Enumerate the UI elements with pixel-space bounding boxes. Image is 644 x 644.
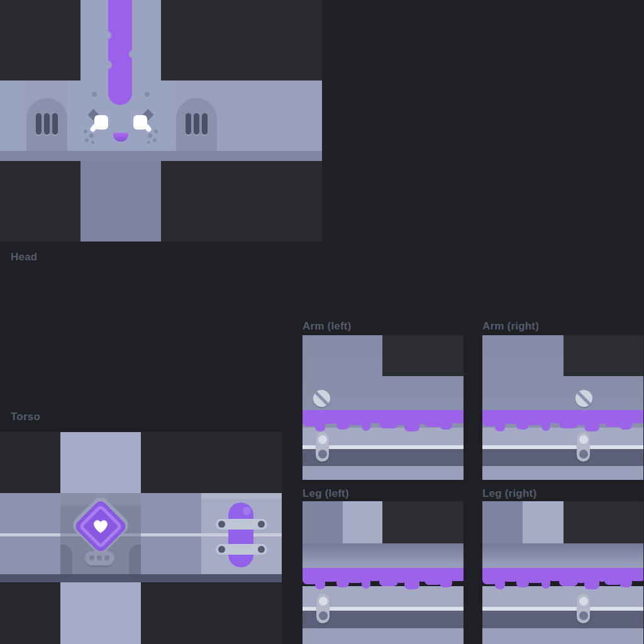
tile-notch	[382, 501, 464, 543]
zipper-pull-icon	[316, 594, 330, 623]
back-clasp-capsule	[228, 502, 253, 567]
skin-editor-canvas: Head Torso	[0, 0, 644, 644]
torso-label: Torso	[11, 411, 40, 423]
leg-left-texture-tile[interactable]	[303, 501, 464, 644]
fur-trim-stripe	[482, 410, 643, 434]
torso-front-panel	[60, 493, 141, 582]
bolt-icon	[258, 546, 265, 553]
fur-trim-stripe	[482, 568, 643, 592]
tile-notch	[382, 335, 464, 376]
cheek-dot	[147, 141, 150, 144]
hand-skin	[303, 466, 464, 480]
cheek-dot	[153, 138, 157, 142]
back-clasp-group	[201, 493, 282, 582]
vent-dot	[104, 555, 109, 560]
head-bottom-face	[80, 161, 161, 242]
fur-trim-stripe	[303, 410, 464, 434]
capsule-highlight	[243, 507, 251, 515]
vent-dot	[97, 555, 102, 560]
hand-skin	[482, 466, 643, 480]
zipper-pull-icon	[577, 594, 590, 623]
cheek-dot	[89, 133, 94, 138]
cheek-dot	[154, 130, 158, 133]
leg-right-texture-tile[interactable]	[482, 501, 643, 644]
ear-slat-icon	[194, 113, 199, 135]
bolt-icon	[258, 521, 265, 528]
leg-top-block-light	[343, 501, 382, 543]
tile-notch	[564, 335, 643, 376]
heart-icon	[92, 519, 109, 534]
leg-left-label: Leg (left)	[303, 487, 349, 500]
foot-skin	[303, 628, 464, 644]
shoulder-shade-right	[129, 545, 141, 574]
ear-slat-icon	[44, 113, 50, 135]
torso-bottom-face	[60, 582, 141, 644]
screw-icon	[575, 390, 592, 407]
freckle	[145, 92, 150, 97]
foot-skin	[482, 628, 643, 644]
stripe-notch	[129, 50, 136, 58]
head-chin-strip	[0, 151, 322, 161]
cheek-dot	[148, 133, 152, 138]
leg-right-label: Leg (right)	[482, 487, 536, 500]
ear-slat-icon	[186, 113, 191, 135]
leg-top-block	[482, 501, 523, 543]
bolt-icon	[218, 521, 225, 528]
tile-notch	[564, 501, 643, 543]
cheek-dot	[91, 141, 94, 144]
head-ear-right	[176, 98, 217, 151]
cuff-shadow-band	[482, 611, 643, 628]
arm-left-texture-tile[interactable]	[303, 335, 464, 480]
stripe-notch	[103, 60, 112, 69]
ear-slat-icon	[36, 113, 42, 135]
cheek-dot	[84, 130, 87, 133]
band-shadow-strip	[0, 574, 282, 582]
freckle	[92, 92, 97, 97]
torso-top-face	[60, 432, 141, 493]
zipper-pull-icon	[577, 432, 590, 462]
head-wrap-panel	[0, 80, 24, 151]
head-ear-left	[26, 98, 67, 151]
shoulder-shade-left	[60, 545, 72, 574]
leg-top-block	[303, 501, 343, 543]
arm-right-label: Arm (right)	[482, 320, 539, 333]
torso-texture-tile[interactable]	[0, 432, 282, 644]
head-label: Head	[11, 251, 37, 264]
leg-top-block-light	[523, 501, 564, 543]
screw-icon	[313, 390, 330, 407]
zipper-pull-icon	[316, 432, 329, 462]
cheek-dot	[85, 138, 89, 142]
vent-dot	[89, 555, 94, 560]
ear-slat-icon	[202, 113, 208, 135]
arm-left-label: Arm (left)	[303, 320, 352, 333]
arm-right-texture-tile[interactable]	[482, 335, 643, 480]
cuff-shadow-band	[482, 449, 643, 466]
ear-slat-icon	[52, 113, 58, 135]
head-texture-tile[interactable]	[0, 0, 322, 242]
fur-trim-stripe	[303, 568, 464, 592]
bolt-icon	[218, 546, 225, 553]
chest-vent-pill	[85, 551, 114, 565]
stripe-notch	[104, 31, 111, 39]
